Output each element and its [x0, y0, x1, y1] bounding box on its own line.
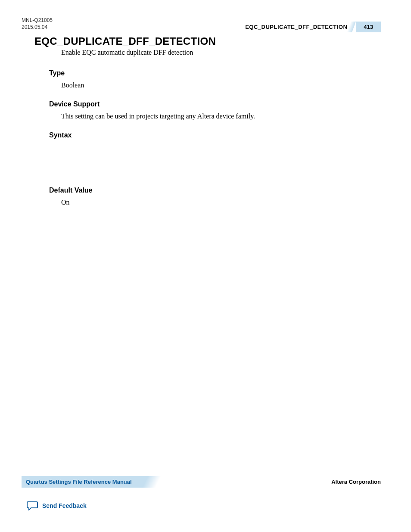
- company-name: Altera Corporation: [331, 479, 381, 485]
- running-title: EQC_DUPLICATE_DFF_DETECTION: [245, 24, 347, 30]
- device-support-body: This setting can be used in projects tar…: [61, 112, 377, 120]
- section-default-value: Default Value On: [61, 187, 377, 206]
- type-heading: Type: [49, 69, 377, 77]
- page-number: 413: [356, 22, 381, 32]
- header-right: EQC_DUPLICATE_DFF_DETECTION 413: [245, 22, 381, 32]
- description-text: Enable EQC automatic duplicate DFF detec…: [61, 49, 377, 56]
- page-title: EQC_DUPLICATE_DFF_DETECTION: [34, 35, 216, 47]
- section-device-support: Device Support This setting can be used …: [61, 100, 377, 120]
- feedback-label: Send Feedback: [42, 502, 87, 509]
- doc-date: 2015.05.04: [22, 24, 53, 31]
- syntax-heading: Syntax: [49, 131, 377, 139]
- doc-id: MNL-Q21005: [22, 17, 53, 24]
- type-body: Boolean: [61, 81, 377, 89]
- footer-bar: Quartus Settings File Reference Manual A…: [22, 476, 381, 488]
- section-type: Type Boolean: [61, 69, 377, 89]
- device-support-heading: Device Support: [49, 100, 377, 108]
- header-meta: MNL-Q21005 2015.05.04: [22, 17, 53, 31]
- default-value-body: On: [61, 199, 377, 206]
- section-syntax: Syntax: [61, 131, 377, 139]
- manual-title[interactable]: Quartus Settings File Reference Manual: [22, 476, 149, 488]
- content-area: Enable EQC automatic duplicate DFF detec…: [61, 49, 377, 218]
- default-value-heading: Default Value: [49, 187, 377, 194]
- send-feedback-link[interactable]: Send Feedback: [27, 501, 87, 510]
- speech-bubble-icon: [27, 501, 38, 510]
